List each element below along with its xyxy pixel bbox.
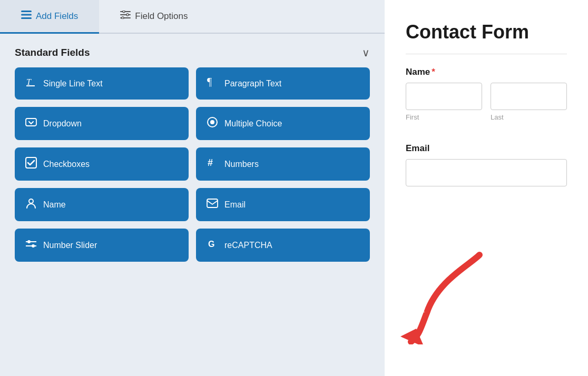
form-title: Contact Form — [406, 21, 567, 54]
name-field-label: Name* — [406, 67, 567, 77]
svg-point-22 — [27, 240, 31, 243]
number-slider-icon — [25, 239, 37, 251]
required-star: * — [432, 67, 435, 77]
number-slider-label: Number Slider — [43, 241, 97, 250]
first-label: First — [406, 113, 482, 121]
dropdown-label: Dropdown — [43, 119, 82, 128]
paragraph-text-label: Paragraph Text — [224, 79, 281, 88]
name-person-icon — [25, 197, 37, 212]
multiple-choice-icon — [207, 116, 218, 131]
last-label: Last — [491, 113, 567, 121]
svg-rect-4 — [120, 11, 131, 12]
svg-rect-2 — [21, 17, 32, 19]
arrow-annotation — [395, 250, 501, 344]
first-name-input[interactable] — [406, 83, 482, 110]
email-field-section-label: Email — [406, 143, 567, 154]
recaptcha-icon: G — [207, 238, 218, 252]
number-slider-button[interactable]: Number Slider — [15, 229, 189, 262]
svg-point-23 — [32, 244, 35, 248]
tab-add-fields-label: Add Fields — [36, 11, 78, 22]
checkboxes-button[interactable]: Checkboxes — [15, 147, 189, 181]
svg-rect-9 — [122, 17, 124, 19]
tab-bar: Add Fields Field Options — [0, 0, 385, 34]
svg-point-18 — [29, 199, 33, 203]
email-button[interactable]: Email — [196, 188, 370, 221]
svg-rect-19 — [207, 199, 218, 207]
paragraph-text-icon: ¶ — [207, 77, 218, 90]
svg-rect-5 — [120, 14, 131, 15]
svg-point-15 — [210, 120, 214, 124]
tab-add-fields[interactable]: Add Fields — [0, 0, 99, 34]
email-icon — [207, 199, 218, 211]
svg-marker-25 — [400, 329, 424, 344]
recaptcha-label: reCAPTCHA — [224, 241, 272, 250]
email-field-label: Email — [224, 200, 246, 210]
recaptcha-button[interactable]: G reCAPTCHA — [196, 229, 370, 262]
tab-field-options-label: Field Options — [135, 11, 188, 22]
checkboxes-icon — [25, 157, 37, 171]
email-input[interactable] — [406, 159, 567, 186]
svg-text:¶: ¶ — [207, 77, 212, 87]
multiple-choice-button[interactable]: Multiple Choice — [196, 107, 370, 140]
svg-rect-13 — [26, 118, 36, 126]
numbers-button[interactable]: # Numbers — [196, 147, 370, 181]
name-sublabels: First Last — [406, 113, 567, 121]
svg-rect-7 — [123, 11, 125, 13]
svg-text:#: # — [208, 157, 213, 168]
single-line-text-icon: T — [25, 77, 37, 90]
left-panel: Add Fields Field Options Standard Fields… — [0, 0, 385, 376]
single-line-text-button[interactable]: T Single Line Text — [15, 67, 189, 100]
dropdown-button[interactable]: Dropdown — [15, 107, 189, 140]
checkboxes-label: Checkboxes — [43, 160, 90, 169]
numbers-label: Numbers — [224, 160, 259, 169]
section-title: Standard Fields — [15, 47, 90, 58]
svg-rect-1 — [21, 14, 32, 16]
name-inputs — [406, 83, 567, 110]
last-name-input[interactable] — [491, 83, 567, 110]
name-button[interactable]: Name — [15, 188, 189, 221]
dropdown-icon — [25, 117, 37, 130]
right-panel: Contact Form Name* First Last Email — [385, 0, 588, 376]
add-fields-icon — [21, 11, 32, 22]
svg-text:T: T — [26, 77, 32, 86]
single-line-text-label: Single Line Text — [43, 79, 103, 88]
chevron-down-icon[interactable]: ∨ — [362, 46, 370, 59]
name-label: Name — [43, 200, 66, 210]
tab-field-options[interactable]: Field Options — [99, 0, 209, 34]
multiple-choice-label: Multiple Choice — [224, 119, 282, 128]
numbers-icon: # — [207, 157, 218, 171]
paragraph-text-button[interactable]: ¶ Paragraph Text — [196, 67, 370, 100]
svg-rect-3 — [23, 11, 30, 12]
svg-text:G: G — [208, 240, 214, 249]
field-options-icon — [120, 11, 131, 22]
section-header: Standard Fields ∨ — [0, 34, 385, 67]
fields-grid: T Single Line Text ¶ Paragraph Text — [0, 67, 385, 272]
svg-rect-8 — [126, 14, 129, 16]
